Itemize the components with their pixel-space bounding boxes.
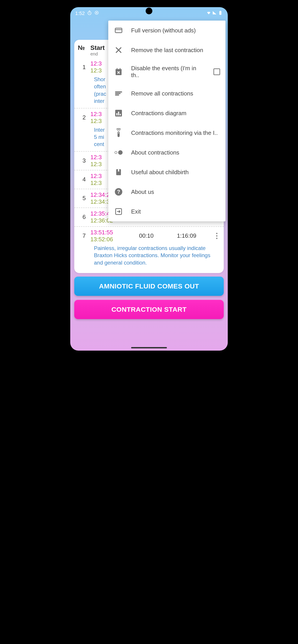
- status-right: [206, 10, 223, 16]
- row-number: 6: [78, 214, 90, 220]
- row-number: 5: [78, 195, 90, 202]
- menu-label: Useful about childbirth: [131, 169, 220, 176]
- menu-label: Disable the events (I'm in th..: [131, 65, 206, 79]
- signal-icon: [212, 10, 217, 16]
- battery-icon: [218, 10, 223, 16]
- row-number: 3: [78, 157, 90, 164]
- svg-rect-13: [118, 112, 119, 116]
- menu-item-dots-h[interactable]: About contractions: [108, 143, 225, 162]
- menu-label: Remove all contractions: [131, 90, 220, 97]
- checkbox[interactable]: [213, 68, 220, 75]
- wifi-icon: [206, 10, 211, 16]
- more-vert-icon: [216, 233, 217, 239]
- row-end-time: 13:52:06: [90, 236, 126, 243]
- timer-icon: [87, 10, 92, 16]
- menu-item-close[interactable]: Remove the last contraction: [108, 40, 225, 60]
- overflow-menu: Full version (without ads)Remove the las…: [108, 20, 225, 222]
- status-left: 1:52: [75, 10, 99, 16]
- svg-rect-4: [220, 11, 221, 11]
- chart-icon: [114, 108, 124, 118]
- row-number: 7: [78, 232, 90, 239]
- close-icon: [114, 45, 124, 55]
- menu-label: Full version (without ads): [131, 27, 220, 34]
- svg-rect-5: [115, 28, 122, 33]
- device-frame: 1:52 C: [68, 4, 230, 353]
- row-number: 4: [78, 176, 90, 183]
- svg-rect-10: [120, 68, 120, 70]
- svg-rect-12: [116, 113, 117, 116]
- row-note: Painless, irregular contractions usually…: [78, 243, 220, 267]
- menu-label: Exit: [131, 208, 220, 215]
- row-menu-button[interactable]: [207, 233, 220, 239]
- svg-rect-9: [117, 68, 117, 70]
- status-time: 1:52: [75, 10, 85, 16]
- menu-label: Remove the last contraction: [131, 47, 220, 54]
- contraction-start-button[interactable]: CONTRACTION START: [74, 300, 224, 319]
- dots-h-icon: [114, 148, 124, 158]
- menu-item-help[interactable]: ?About us: [108, 182, 225, 202]
- menu-label: About contractions: [131, 149, 220, 156]
- menu-item-calendar-x[interactable]: Disable the events (I'm in th..: [108, 60, 225, 84]
- svg-point-16: [118, 132, 119, 134]
- menu-label: Contractions monitoring via the I..: [131, 130, 220, 136]
- menu-label: Contractions diagram: [131, 110, 220, 117]
- table-row: 7 13:51:55 13:52:06 00:10 1:16:09 Painle…: [74, 226, 224, 270]
- svg-text:?: ?: [117, 189, 120, 195]
- calendar-x-icon: [114, 67, 124, 77]
- svg-point-18: [118, 150, 123, 155]
- list-icon: [114, 88, 124, 98]
- header-num: №: [78, 44, 90, 56]
- menu-item-bookmark[interactable]: Useful about childbirth: [108, 162, 225, 182]
- menu-item-chart[interactable]: Contractions diagram: [108, 103, 225, 123]
- row-number: 1: [78, 64, 90, 71]
- camera-notch: [146, 8, 152, 14]
- row-interval: 1:16:09: [166, 232, 207, 239]
- amniotic-fluid-button[interactable]: AMNIOTIC FLUID COMES OUT: [74, 276, 224, 296]
- menu-item-remote[interactable]: Contractions monitoring via the I..: [108, 123, 225, 143]
- svg-point-17: [115, 152, 117, 154]
- svg-rect-8: [116, 69, 122, 71]
- menu-item-card[interactable]: Full version (without ads): [108, 20, 225, 40]
- svg-rect-15: [117, 132, 119, 137]
- menu-item-exit[interactable]: Exit: [108, 202, 225, 222]
- remote-icon: [114, 128, 124, 138]
- svg-rect-3: [219, 11, 221, 15]
- exit-icon: [114, 206, 124, 216]
- menu-label: About us: [131, 188, 220, 196]
- help-icon: ?: [114, 187, 124, 197]
- screen: 1:52 C: [70, 7, 228, 350]
- card-icon: [114, 26, 124, 35]
- target-icon: [94, 10, 99, 16]
- bookmark-icon: [114, 167, 124, 177]
- svg-point-2: [96, 12, 97, 14]
- menu-item-list[interactable]: Remove all contractions: [108, 84, 225, 103]
- home-indicator[interactable]: [131, 347, 167, 348]
- svg-rect-14: [120, 114, 121, 116]
- row-start-time: 13:51:55: [90, 229, 126, 236]
- row-number: 2: [78, 114, 90, 121]
- row-times: 13:51:55 13:52:06: [90, 229, 126, 243]
- row-duration: 00:10: [126, 232, 166, 239]
